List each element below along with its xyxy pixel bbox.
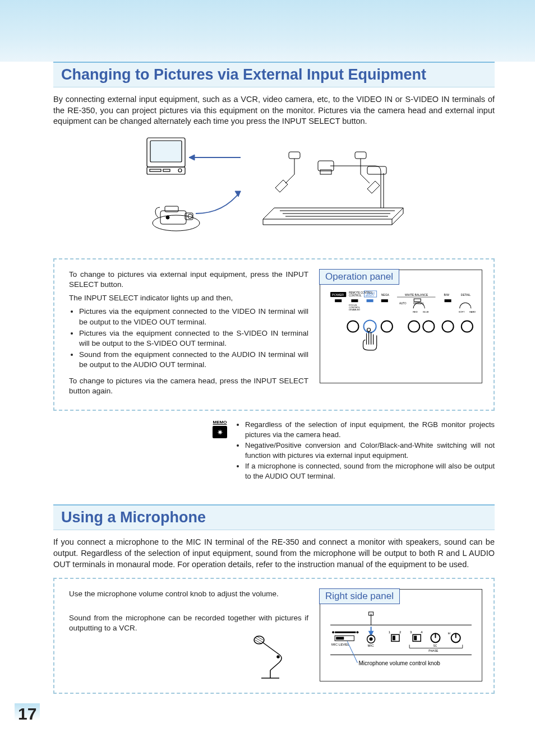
svg-line-90 bbox=[347, 641, 357, 662]
svg-text:RED: RED bbox=[413, 310, 418, 313]
operation-panel-label: Operation panel bbox=[319, 269, 399, 285]
svg-text:SOFT: SOFT bbox=[459, 310, 465, 313]
operation-panel: Operation panel POWER POWER REMOTE CONTR… bbox=[320, 270, 482, 383]
right-side-panel-label: Right side panel bbox=[319, 588, 400, 604]
svg-rect-37 bbox=[381, 299, 388, 302]
mic-p1: Use the microphone volume control knob t… bbox=[69, 589, 308, 599]
svg-marker-14 bbox=[235, 191, 241, 197]
svg-rect-67 bbox=[336, 637, 344, 639]
svg-text:DETAIL: DETAIL bbox=[461, 293, 471, 296]
svg-point-8 bbox=[153, 215, 200, 231]
svg-point-63 bbox=[332, 631, 334, 633]
svg-rect-35 bbox=[351, 299, 358, 302]
mic-knob-pointer: Microphone volume control knob bbox=[358, 660, 440, 666]
svg-text:1: 1 bbox=[389, 630, 391, 634]
svg-text:HARD: HARD bbox=[469, 310, 476, 313]
svg-text:3: 3 bbox=[410, 630, 412, 634]
svg-point-49 bbox=[347, 321, 358, 332]
svg-point-13 bbox=[166, 216, 169, 219]
svg-point-56 bbox=[367, 328, 371, 331]
svg-text:4: 4 bbox=[421, 630, 423, 634]
svg-point-65 bbox=[356, 631, 358, 633]
memo-block: MEMO ✷ Regardless of the selection of in… bbox=[210, 420, 495, 482]
mic-p2: Sound from the microphone can be recorde… bbox=[69, 613, 308, 633]
svg-marker-7 bbox=[189, 155, 195, 160]
section1-title: Changing to Pictures via External Input … bbox=[53, 62, 495, 87]
svg-rect-48 bbox=[414, 299, 421, 302]
instruction-box-2: Use the microphone volume control knob t… bbox=[53, 578, 495, 694]
connection-diagram bbox=[128, 135, 420, 247]
svg-text:SC: SC bbox=[433, 644, 437, 648]
svg-rect-3 bbox=[150, 169, 161, 171]
svg-point-53 bbox=[423, 321, 434, 332]
svg-rect-81 bbox=[414, 636, 417, 640]
section2-intro: If you connect a microphone to the MIC I… bbox=[53, 537, 495, 570]
section1-intro: By connecting external input equipment, … bbox=[53, 94, 495, 127]
svg-rect-38 bbox=[445, 299, 451, 302]
instruction-box-1: To change to pictures via external input… bbox=[53, 258, 495, 411]
svg-rect-18 bbox=[367, 166, 386, 174]
svg-text:CONTROL: CONTROL bbox=[349, 294, 362, 297]
svg-point-51 bbox=[381, 321, 393, 332]
svg-rect-4 bbox=[163, 169, 170, 171]
memo-3: If a microphone is connected, sound from… bbox=[245, 461, 495, 481]
microphone-illustration bbox=[247, 632, 308, 683]
svg-point-5 bbox=[178, 169, 182, 172]
svg-text:SELECT: SELECT bbox=[366, 294, 375, 297]
svg-point-72 bbox=[370, 637, 373, 641]
svg-text:MIC: MIC bbox=[368, 644, 375, 648]
svg-rect-34 bbox=[335, 299, 342, 302]
svg-rect-21 bbox=[289, 152, 300, 159]
svg-text:WHITE BALANCE: WHITE BALANCE bbox=[405, 293, 428, 296]
svg-rect-2 bbox=[147, 167, 185, 174]
svg-text:2: 2 bbox=[399, 630, 402, 634]
instr-p2: The INPUT SELECT indicator lights up and… bbox=[69, 293, 308, 303]
top-banner bbox=[0, 0, 535, 62]
section2-title: Using a Microphone bbox=[53, 504, 495, 530]
instr-b3: Sound from the equipment connected to th… bbox=[79, 350, 308, 370]
svg-text:MIC LEVEL: MIC LEVEL bbox=[331, 643, 349, 647]
svg-rect-20 bbox=[320, 170, 331, 174]
svg-rect-22 bbox=[355, 152, 366, 159]
svg-point-59 bbox=[277, 656, 279, 658]
right-side-panel: Right side panel MIC LEVEL bbox=[320, 589, 482, 681]
svg-text:BLUE: BLUE bbox=[423, 310, 429, 313]
svg-text:NEGA: NEGA bbox=[381, 293, 390, 296]
svg-text:PHASE: PHASE bbox=[428, 649, 439, 652]
svg-rect-1 bbox=[150, 141, 182, 162]
svg-text:H: H bbox=[448, 632, 450, 635]
memo-1: Regardless of the selection of input equ… bbox=[245, 420, 495, 439]
instr-p3: To change to pictures via the camera hea… bbox=[69, 376, 308, 396]
memo-icon: ✷ bbox=[213, 426, 227, 438]
instr-b2: Pictures via the equipment connected to … bbox=[79, 328, 308, 349]
svg-point-54 bbox=[442, 321, 454, 332]
memo-label: MEMO bbox=[210, 420, 229, 425]
memo-2: Negative/Positive conversion and Color/B… bbox=[245, 440, 495, 460]
page-number: 17 bbox=[15, 703, 40, 728]
svg-text:POWER: POWER bbox=[332, 293, 344, 296]
svg-text:B/W: B/W bbox=[444, 293, 450, 296]
instr-b1: Pictures via the equipment connected to … bbox=[79, 307, 308, 327]
svg-rect-36 bbox=[367, 299, 373, 302]
svg-point-52 bbox=[408, 321, 419, 332]
svg-point-55 bbox=[462, 321, 473, 332]
svg-rect-9 bbox=[160, 211, 186, 224]
svg-text:DISABLED: DISABLED bbox=[349, 308, 360, 311]
instr-p1: To change to pictures via external input… bbox=[69, 270, 308, 290]
svg-text:AUTO: AUTO bbox=[399, 302, 407, 305]
svg-rect-79 bbox=[393, 636, 395, 640]
